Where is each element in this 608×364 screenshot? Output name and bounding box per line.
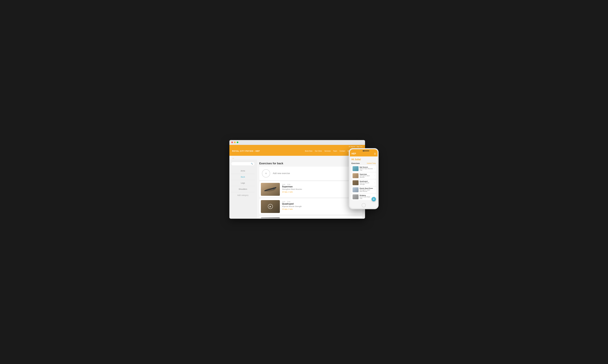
list-item[interactable]: Quadruped Improve Muscle Strength ›	[352, 180, 376, 186]
phone-thumb-bridging	[353, 195, 358, 199]
phone-exercise-text-ball-stretch: Ball Stretch Relieve Back Muscles Pain	[360, 166, 373, 171]
nav-contact[interactable]: Contact	[340, 150, 345, 152]
phone-navigation: HEP ☰	[350, 149, 378, 156]
exercise-thumbnail-quadruped: ▶	[261, 200, 280, 213]
chevron-right-icon: ›	[374, 168, 375, 169]
sidebar: 🔍 Arms Back Legs Shoulders Add category	[229, 160, 256, 218]
nav-our-clinic[interactable]: Our Clinic	[315, 150, 322, 152]
phone-exercise-name-bridging: Bridging	[360, 195, 373, 196]
add-exercise-card[interactable]: + Add new exercise	[259, 167, 362, 180]
exercise-actions-bridging: Add Edit	[282, 218, 361, 218]
exercise-add-quadruped[interactable]: Add	[282, 201, 285, 203]
content-wrapper: 🔍 Arms Back Legs Shoulders Add category	[229, 160, 365, 218]
sidebar-add-category[interactable]: Add category	[231, 192, 255, 198]
phone-exercise-desc-superman: Strengthen Back Muscles	[360, 175, 373, 178]
exercise-add-bridging[interactable]: Add	[282, 218, 285, 218]
exercise-edit-bridging[interactable]: Edit	[287, 218, 290, 218]
sidebar-item-shoulders[interactable]: Shoulders	[231, 186, 255, 192]
play-button-quadruped[interactable]: ▶	[268, 204, 273, 209]
sidebar-item-arms[interactable]: Arms	[231, 168, 255, 174]
phone-exercise-name-quadruped: Quadruped	[360, 181, 373, 182]
phone-exercise-text-bridging: Bridging Ease Lower Back Pain	[360, 195, 373, 199]
phone-updated-label: Updated Today	[367, 163, 376, 164]
phone-exercise-name-ball-stretch: Ball Stretch	[360, 166, 373, 168]
nav-logo: ROYAL CITY PHYSIO - HEP	[232, 150, 305, 152]
browser-window: Hi Jayme! Sign Out ROYAL CITY PHYSIO - H…	[229, 140, 365, 219]
table-row: ▶ Add	[259, 198, 362, 215]
scene: Hi Jayme! Sign Out ROYAL CITY PHYSIO - H…	[229, 140, 379, 224]
exercise-thumbnail-bridging: ▶	[261, 217, 280, 218]
exercise-thumbnail-superman	[261, 183, 280, 196]
svg-rect-5	[261, 217, 280, 218]
hamburger-menu-icon[interactable]: ☰	[374, 153, 376, 155]
exercise-edit-quadruped[interactable]: Edit	[287, 201, 290, 203]
phone-exercise-desc-ball-stretch: Relieve Back Muscles Pain	[360, 168, 373, 171]
list-item[interactable]: Elastic Band Rows Strengthen Upper Back …	[352, 187, 376, 193]
phone-thumb-elastic-band	[353, 187, 358, 192]
chevron-right-icon: ›	[374, 182, 375, 184]
phone-exercise-name-elastic-band: Elastic Band Rows	[360, 187, 373, 189]
phone-inner: HEP ☰ Hi Julia! Exercises Updated Today …	[350, 149, 378, 208]
chevron-right-icon: ›	[374, 189, 375, 191]
subheader: ←	[229, 156, 365, 160]
navigation: Hi Jayme! Sign Out ROYAL CITY PHYSIO - H…	[229, 145, 365, 156]
phone-exercise-text-quadruped: Quadruped Improve Muscle Strength	[360, 181, 373, 185]
phone-exercise-name-superman: Superman	[360, 173, 373, 175]
nav-top-bar: Hi Jayme! Sign Out	[229, 145, 365, 148]
list-item[interactable]: Superman Strengthen Back Muscles ›	[352, 172, 376, 179]
dot-red[interactable]	[231, 142, 233, 143]
back-arrow-button[interactable]: ←	[232, 157, 235, 160]
nav-main-bar: ROYAL CITY PHYSIO - HEP Book Now Our Cli…	[229, 148, 365, 155]
nav-team[interactable]: Team	[333, 150, 337, 152]
browser-chrome	[229, 140, 365, 145]
dot-green[interactable]	[237, 142, 238, 143]
table-row: Add Edit Superman Strengthen Back Muscle…	[259, 181, 362, 197]
page-title: Exercises for back	[259, 162, 362, 165]
dot-yellow[interactable]	[234, 142, 236, 143]
phone-mockup: HEP ☰ Hi Julia! Exercises Updated Today …	[349, 148, 379, 209]
nav-services[interactable]: Services	[324, 150, 331, 152]
search-icon: 🔍	[251, 163, 253, 165]
phone-thumb-ball-stretch	[353, 166, 358, 171]
phone-home-button[interactable]	[362, 203, 366, 207]
sidebar-item-back[interactable]: Back	[231, 174, 255, 180]
phone-exercise-text-superman: Superman Strengthen Back Muscles	[360, 173, 373, 178]
fab-button[interactable]	[371, 197, 376, 201]
phone-thumb-superman	[353, 173, 358, 178]
phone-thumb-quadruped	[353, 180, 358, 185]
phone-exercise-desc-bridging: Ease Lower Back Pain	[360, 196, 373, 199]
table-row: ▶ Add	[259, 216, 362, 218]
list-item[interactable]: Ball Stretch Relieve Back Muscles Pain ›	[352, 165, 376, 172]
phone-exercise-desc-elastic-band: Strengthen Upper Back Muscle	[360, 189, 373, 192]
user-greeting: Hi Jayme!	[349, 146, 356, 147]
search-box[interactable]: 🔍	[231, 162, 255, 166]
sidebar-item-legs[interactable]: Legs	[231, 180, 255, 186]
exercise-edit-superman[interactable]: Edit	[287, 183, 290, 185]
exercise-reps-quadruped: 10 reps, 2 sets	[282, 208, 361, 210]
phone-nav-title: HEP	[352, 153, 356, 155]
exercise-info-bridging: Add Edit Bridging Improve Muscle Strengt…	[282, 217, 361, 218]
add-exercise-label: Add new exercise	[273, 172, 290, 175]
phone-exercise-text-elastic-band: Elastic Band Rows Strengthen Upper Back …	[360, 187, 373, 192]
phone-exercise-desc-quadruped: Improve Muscle Strength	[360, 182, 373, 185]
phone-exercises-title: Exercises	[352, 162, 360, 164]
phone-greeting: Hi Julia!	[352, 158, 376, 161]
add-exercise-button[interactable]: +	[262, 169, 270, 177]
exercise-add-superman[interactable]: Add	[282, 183, 285, 185]
sign-out-link[interactable]: Sign Out	[357, 146, 362, 147]
nav-book-now[interactable]: Book Now	[305, 150, 312, 152]
chevron-right-icon: ›	[374, 175, 375, 177]
phone-exercises-header: Exercises Updated Today	[352, 162, 376, 164]
